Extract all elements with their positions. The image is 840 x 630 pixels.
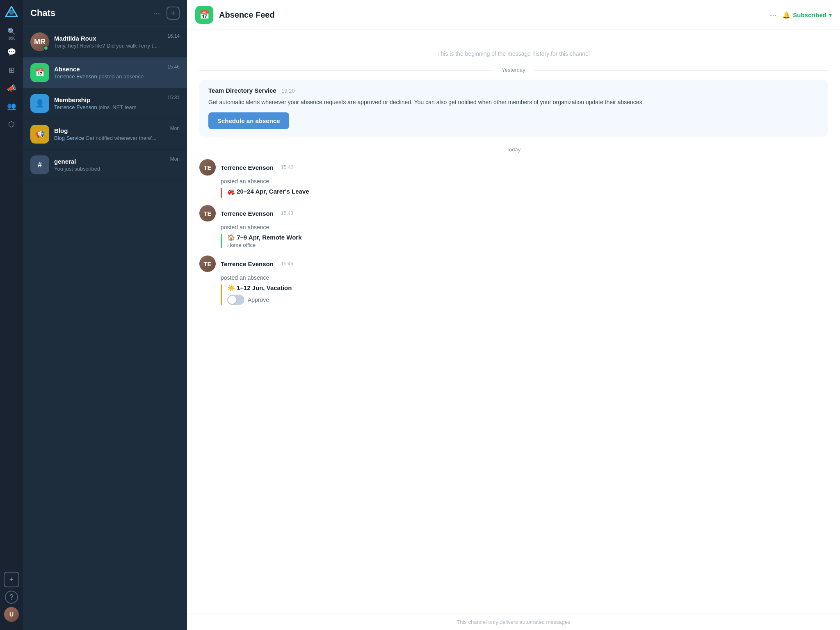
sidebar-header: Chats ··· + bbox=[23, 0, 187, 27]
user-avatar[interactable]: U bbox=[4, 607, 19, 622]
absence-bar-post2 bbox=[221, 234, 222, 248]
service-time: 19:20 bbox=[281, 88, 295, 94]
main-panel: 📅 Absence Feed ··· 🔔 Subscribed ▾ This i… bbox=[187, 0, 840, 630]
approve-toggle-post3[interactable] bbox=[227, 295, 244, 305]
message-group-post2: TETerrence Evenson15:43posted an absence… bbox=[199, 205, 828, 248]
service-message: Team Directory Service 19:20 Get automat… bbox=[199, 80, 828, 137]
post-action-post1: posted an absence bbox=[221, 178, 828, 185]
absence-details-post2: 🏠 7–9 Apr, Remote WorkHome office bbox=[227, 234, 302, 248]
absence-card-post2: 🏠 7–9 Apr, Remote WorkHome office bbox=[221, 234, 828, 248]
chat-list: MRMadtilda RouxTony, hey! How's life? Di… bbox=[23, 27, 187, 630]
channel-footer: This channel only delivers automated mes… bbox=[187, 614, 840, 630]
absence-card-post1: 🚒 20–24 Apr, Carer's Leave bbox=[221, 188, 828, 198]
absence-subtitle-post2: Home office bbox=[227, 242, 302, 248]
subscribed-label: Subscribed bbox=[793, 11, 826, 18]
chat-time-general: Mon bbox=[170, 155, 180, 162]
chat-item-absence[interactable]: 📅AbsenceTerrence Evenson posted an absen… bbox=[23, 57, 187, 88]
chat-preview-general: You just subscribed bbox=[54, 166, 165, 172]
message-group-post1: TETerrence Evenson15:42posted an absence… bbox=[199, 159, 828, 198]
message-header-post2: TETerrence Evenson15:43 bbox=[199, 205, 828, 221]
sidebar-header-actions: ··· + bbox=[150, 7, 180, 20]
user-avatar-post3: TE bbox=[199, 256, 216, 272]
user-avatar-post2: TE bbox=[199, 205, 216, 221]
chat-avatar-absence: 📅 bbox=[30, 63, 49, 82]
app-logo[interactable] bbox=[4, 5, 19, 20]
chat-preview-blog: Blog Service Get notified whenever there… bbox=[54, 135, 165, 141]
approve-row-post3: Approve bbox=[227, 295, 292, 305]
post-time-post2: 15:43 bbox=[281, 210, 293, 216]
channel-name: Absence Feed bbox=[219, 10, 762, 20]
add-channel-icon[interactable]: + bbox=[4, 572, 19, 587]
schedule-absence-button[interactable]: Schedule an absence bbox=[208, 112, 289, 129]
chevron-down-icon: ▾ bbox=[829, 12, 832, 18]
chat-item-blog[interactable]: 📢BlogBlog Service Get notified whenever … bbox=[23, 119, 187, 150]
messages-area: This is the beginning of the message his… bbox=[187, 30, 840, 614]
chat-preview-absence: Terrence Evenson posted an absence bbox=[54, 73, 162, 80]
chat-sender-absence: Terrence Evenson bbox=[54, 73, 97, 80]
approve-label-post3[interactable]: Approve bbox=[248, 297, 269, 303]
chat-item-general[interactable]: #generalYou just subscribedMon bbox=[23, 150, 187, 180]
online-dot bbox=[43, 46, 48, 50]
post-time-post3: 15:46 bbox=[281, 261, 293, 267]
chat-avatar-madtilda: MR bbox=[30, 32, 49, 51]
channel-more-button[interactable]: ··· bbox=[767, 8, 779, 22]
bell-icon: 🔔 bbox=[782, 11, 790, 19]
absence-bar-post3 bbox=[221, 284, 222, 305]
message-header-post3: TETerrence Evenson15:46 bbox=[199, 256, 828, 272]
header-actions: ··· 🔔 Subscribed ▾ bbox=[767, 8, 832, 22]
chat-name-absence: Absence bbox=[54, 66, 162, 73]
chat-info-membership: MembershipTerrence Evenson joins .NET te… bbox=[54, 96, 162, 110]
chat-preview-membership: Terrence Evenson joins .NET team bbox=[54, 104, 162, 110]
post-username-post1: Terrence Evenson bbox=[221, 164, 274, 171]
yesterday-divider: Yesterday bbox=[199, 67, 828, 73]
service-text: Get automatic alerts whenever your absen… bbox=[208, 98, 819, 107]
absence-details-post3: ☀️ 1–12 Jun, VacationApprove bbox=[227, 284, 292, 305]
absence-title-post2: 🏠 7–9 Apr, Remote Work bbox=[227, 234, 302, 241]
sidebar-title: Chats bbox=[30, 8, 55, 18]
post-action-post3: posted an absence bbox=[221, 274, 828, 281]
cube-icon[interactable]: ⬡ bbox=[4, 116, 19, 132]
chat-avatar-membership: 👤 bbox=[30, 94, 49, 113]
people-icon[interactable]: 👥 bbox=[4, 98, 19, 114]
chat-icon[interactable]: 💬 bbox=[4, 44, 19, 60]
more-options-button[interactable]: ··· bbox=[150, 7, 163, 20]
chat-avatar-general: # bbox=[30, 155, 49, 174]
help-icon[interactable]: ? bbox=[5, 591, 18, 604]
chat-avatar-blog: 📢 bbox=[30, 125, 49, 144]
chat-info-blog: BlogBlog Service Get notified whenever t… bbox=[54, 127, 165, 141]
chat-item-madtilda[interactable]: MRMadtilda RouxTony, hey! How's life? Di… bbox=[23, 27, 187, 57]
chat-name-madtilda: Madtilda Roux bbox=[54, 35, 162, 42]
toggle-knob-post3 bbox=[228, 296, 236, 304]
chat-sender-membership: Terrence Evenson bbox=[54, 104, 97, 110]
footer-text: This channel only delivers automated mes… bbox=[457, 619, 570, 625]
chat-name-general: general bbox=[54, 158, 165, 165]
chat-info-general: generalYou just subscribed bbox=[54, 158, 165, 172]
chat-time-membership: 15:31 bbox=[167, 94, 180, 100]
chat-sender-blog: Blog Service bbox=[54, 135, 84, 141]
chat-info-madtilda: Madtilda RouxTony, hey! How's life? Did … bbox=[54, 35, 162, 49]
user-avatar-post1: TE bbox=[199, 159, 216, 176]
chat-time-absence: 15:46 bbox=[167, 63, 180, 70]
absence-bar-post1 bbox=[221, 188, 222, 198]
post-time-post1: 15:42 bbox=[281, 164, 293, 170]
absence-card-post3: ☀️ 1–12 Jun, VacationApprove bbox=[221, 284, 828, 305]
chat-preview-madtilda: Tony, hey! How's life? Did you walk Terr… bbox=[54, 43, 162, 49]
puzzle-icon[interactable]: ⊞ bbox=[4, 62, 19, 78]
channel-header: 📅 Absence Feed ··· 🔔 Subscribed ▾ bbox=[187, 0, 840, 30]
post-username-post2: Terrence Evenson bbox=[221, 210, 274, 217]
sidebar: Chats ··· + MRMadtilda RouxTony, hey! Ho… bbox=[23, 0, 187, 630]
add-chat-button[interactable]: + bbox=[167, 7, 180, 20]
chat-item-membership[interactable]: 👤MembershipTerrence Evenson joins .NET t… bbox=[23, 88, 187, 119]
channel-avatar: 📅 bbox=[195, 6, 213, 24]
chat-time-madtilda: 16:14 bbox=[167, 32, 180, 39]
post-action-post2: posted an absence bbox=[221, 224, 828, 231]
search-icon[interactable]: 🔍 ⌘K bbox=[4, 26, 19, 42]
message-group-post3: TETerrence Evenson15:46posted an absence… bbox=[199, 256, 828, 305]
chat-name-blog: Blog bbox=[54, 127, 165, 134]
service-name: Team Directory Service bbox=[208, 87, 276, 94]
megaphone-icon[interactable]: 📣 bbox=[4, 80, 19, 96]
absence-title-post1: 🚒 20–24 Apr, Carer's Leave bbox=[227, 188, 309, 195]
chat-name-membership: Membership bbox=[54, 96, 162, 103]
subscribed-button[interactable]: 🔔 Subscribed ▾ bbox=[782, 11, 832, 19]
message-header-post1: TETerrence Evenson15:42 bbox=[199, 159, 828, 176]
